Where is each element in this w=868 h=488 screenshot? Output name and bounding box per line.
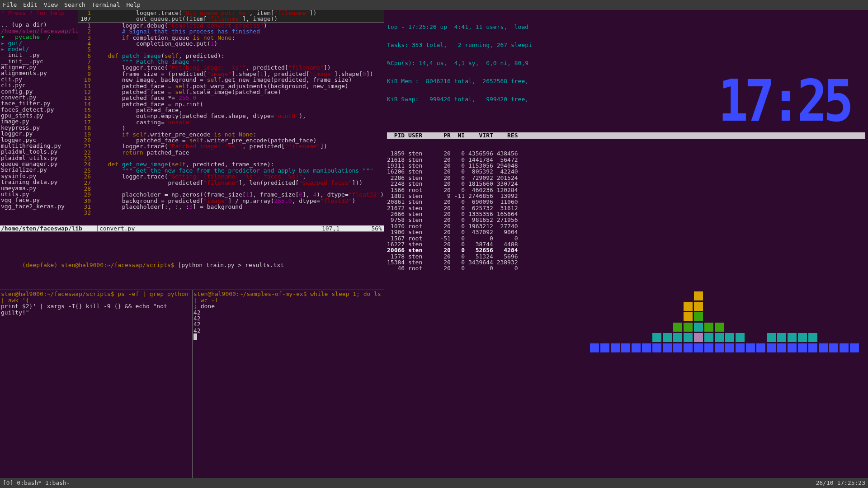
tree-file[interactable]: __init__.py bbox=[1, 52, 78, 58]
code-line[interactable]: 7 """ Patch the image """ bbox=[78, 59, 384, 65]
eq-bar bbox=[798, 332, 807, 352]
shell-watch-l2: ; done bbox=[193, 303, 215, 310]
shell-watch[interactable]: sten@hal9000:~/samples-of-my-ex$ while s… bbox=[193, 290, 384, 478]
top-process-row[interactable]: 1881 sten 9 -11 2746856 13992 bbox=[387, 193, 865, 199]
tree-file[interactable]: convert.py bbox=[1, 94, 78, 100]
shell-train[interactable]: (deepfake) sten@hal9000:~/faceswap/scrip… bbox=[0, 231, 384, 290]
tmux-clock: 26/10 17:25:23 bbox=[816, 480, 865, 486]
code-line[interactable]: 25 """ Get the new face from the predict… bbox=[78, 168, 384, 174]
code-line[interactable]: 4 completion_queue.put(1) bbox=[78, 41, 384, 47]
cursor-icon bbox=[193, 333, 197, 340]
tree-dir[interactable]: ▸ gui/ bbox=[1, 40, 78, 46]
tmux-windows[interactable]: [0] 0:bash* 1:bash- bbox=[3, 480, 70, 486]
tree-dir[interactable]: ▾ __pycache__/ bbox=[1, 34, 78, 40]
code-line[interactable]: 2 # Signal that this process has finishe… bbox=[78, 28, 384, 34]
code-line[interactable]: 20 patched_face = self.writer_pre_encode… bbox=[78, 137, 384, 143]
menu-terminal[interactable]: Terminal bbox=[92, 2, 120, 8]
code-line[interactable]: 5 bbox=[78, 47, 384, 52]
tree-file[interactable]: cli.py bbox=[1, 76, 78, 82]
tree-file[interactable]: __init__.pyc bbox=[1, 58, 78, 64]
file-tree[interactable]: " Press ? for help .. (up a dir) /home/s… bbox=[0, 10, 78, 225]
code-line[interactable]: 19 if self.writer_pre_encode is not None… bbox=[78, 131, 384, 137]
top-process-row[interactable]: 20861 sten 20 0 690096 11060 bbox=[387, 199, 865, 205]
tree-file[interactable]: Serializer.py bbox=[1, 167, 78, 173]
menu-file[interactable]: File bbox=[3, 2, 17, 8]
code-line[interactable]: 21 logger.trace("Patched image: '%s'", p… bbox=[78, 143, 384, 149]
top-process-row[interactable]: 2286 sten 20 0 729092 201524 bbox=[387, 175, 865, 181]
tree-file[interactable]: vgg_face2_keras.py bbox=[1, 203, 78, 209]
top-process-row[interactable]: 19311 sten 20 0 1153056 294048 bbox=[387, 163, 865, 169]
code-line[interactable]: 22 return patched_face bbox=[78, 150, 384, 155]
tree-file[interactable]: multithreading.py bbox=[1, 143, 78, 149]
code-line[interactable]: 1 logger.debug("Completed convert proces… bbox=[78, 23, 384, 28]
code-editor[interactable]: 1 logger.trace("Out queue put: %s", item… bbox=[78, 10, 384, 225]
code-line[interactable]: 23 bbox=[78, 155, 384, 161]
tmux-statusbar[interactable]: [0] 0:bash* 1:bash- 26/10 17:25:23 bbox=[0, 478, 868, 488]
tree-file[interactable]: umeyama.py bbox=[1, 185, 78, 191]
tree-file[interactable]: utils.py bbox=[1, 191, 78, 197]
code-line[interactable]: 31 placeholder[:, :, :3] = background bbox=[78, 204, 384, 210]
top-l1: top - 17:25:26 up 4:41, 11 users, load bbox=[387, 24, 865, 30]
code-line[interactable]: 8 logger.trace("Patching image: '%s'", p… bbox=[78, 65, 384, 70]
code-line[interactable]: 11 patched_face = self.post_warp_adjustm… bbox=[78, 83, 384, 89]
code-line[interactable]: 28 bbox=[78, 186, 384, 192]
tree-file[interactable]: logger.py bbox=[1, 131, 78, 136]
top-process-row[interactable]: 1070 root 20 0 1963212 27740 bbox=[387, 223, 865, 229]
code-line[interactable]: 14 patched_face = np.rint( bbox=[78, 101, 384, 107]
code-line[interactable]: 10 new_image, background = self.get_new_… bbox=[78, 77, 384, 83]
nerd-up-dir[interactable]: .. (up a dir) bbox=[1, 22, 78, 28]
code-line[interactable]: 9 frame_size = (predicted["image"].shape… bbox=[78, 71, 384, 77]
code-line[interactable]: 24 def get_new_image(self, predicted, fr… bbox=[78, 161, 384, 167]
eq-bar bbox=[725, 332, 734, 352]
code-line[interactable]: 26 logger.trace("Getting: (filename: '%s… bbox=[78, 174, 384, 179]
tree-file[interactable]: face_filter.py bbox=[1, 100, 78, 106]
tree-file[interactable]: faces_detect.py bbox=[1, 107, 78, 113]
tree-file[interactable]: sysinfo.py bbox=[1, 173, 78, 179]
tree-file[interactable]: image.py bbox=[1, 118, 78, 124]
menu-view[interactable]: View bbox=[44, 2, 58, 8]
top-process-row[interactable]: 2248 sten 20 0 1815660 330724 bbox=[387, 181, 865, 187]
eq-bar bbox=[590, 342, 599, 352]
tree-file[interactable]: cli.pyc bbox=[1, 82, 78, 88]
tree-file[interactable]: queue_manager.py bbox=[1, 161, 78, 167]
tree-file[interactable]: plaidml_utils.py bbox=[1, 155, 78, 161]
top-process-row[interactable]: 21672 sten 20 0 625732 31612 bbox=[387, 205, 865, 211]
tree-file[interactable]: logger.pyc bbox=[1, 137, 78, 143]
code-line[interactable]: 27 predicted["filename"], len(predicted[… bbox=[78, 180, 384, 186]
top-process-row[interactable]: 16206 sten 20 0 805392 42240 bbox=[387, 169, 865, 174]
left-column: " Press ? for help .. (up a dir) /home/s… bbox=[0, 10, 384, 478]
tree-file[interactable]: training_data.py bbox=[1, 179, 78, 185]
top-process-row[interactable]: 1900 sten 20 0 437092 9004 bbox=[387, 229, 865, 235]
code-line[interactable]: 17 casting='unsafe' bbox=[78, 119, 384, 125]
tree-file[interactable]: config.py bbox=[1, 89, 78, 94]
code-line[interactable]: 29 placeholder = np.zeros((frame_size[1]… bbox=[78, 192, 384, 197]
code-line[interactable]: 13 patched_face *= 255.0 bbox=[78, 95, 384, 101]
shell-watch-l1: sten@hal9000:~/samples-of-my-ex$ while s… bbox=[193, 291, 381, 303]
tree-file[interactable]: plaidml_tools.py bbox=[1, 149, 78, 155]
top-process-row[interactable]: 9758 sten 20 0 981652 271956 bbox=[387, 217, 865, 223]
shell-kill[interactable]: sten@hal9000:~/faceswap/scripts$ ps -ef … bbox=[0, 290, 193, 478]
code-line[interactable]: 16 out=np.empty(patched_face.shape, dtyp… bbox=[78, 113, 384, 119]
code-line[interactable]: 18 ) bbox=[78, 125, 384, 131]
code-line[interactable]: 12 patched_face = self.scale_image(patch… bbox=[78, 89, 384, 95]
code-line[interactable]: 6 def patch_image(self, predicted): bbox=[78, 53, 384, 59]
tree-dir[interactable]: ▸ model/ bbox=[1, 46, 78, 52]
tree-file[interactable]: keypress.py bbox=[1, 125, 78, 131]
code-line[interactable]: 3 if completion_queue is not None: bbox=[78, 35, 384, 41]
menu-search[interactable]: Search bbox=[64, 2, 85, 8]
code-line[interactable]: 15 patched_face, bbox=[78, 107, 384, 113]
menu-help[interactable]: Help bbox=[127, 2, 141, 8]
tree-file[interactable]: gpu_stats.py bbox=[1, 113, 78, 118]
top-process-row[interactable]: 2666 sten 20 0 1335356 165664 bbox=[387, 211, 865, 217]
top-process-row[interactable]: 1566 root 20 0 460236 120284 bbox=[387, 187, 865, 193]
top-process-row[interactable]: 1859 sten 20 0 4356596 438456 bbox=[387, 150, 865, 156]
top-process-row[interactable]: 21618 sten 20 0 1441784 56472 bbox=[387, 157, 865, 163]
eq-bar bbox=[652, 332, 661, 352]
code-line[interactable]: 30 background = predicted["image"] / np.… bbox=[78, 198, 384, 204]
tree-file[interactable]: aligner.py bbox=[1, 64, 78, 70]
tree-file[interactable]: vgg_face.py bbox=[1, 197, 78, 203]
menu-edit[interactable]: Edit bbox=[23, 2, 37, 8]
eq-bar bbox=[829, 342, 838, 352]
code-line[interactable]: 32 bbox=[78, 210, 384, 216]
tree-file[interactable]: alignments.py bbox=[1, 70, 78, 76]
